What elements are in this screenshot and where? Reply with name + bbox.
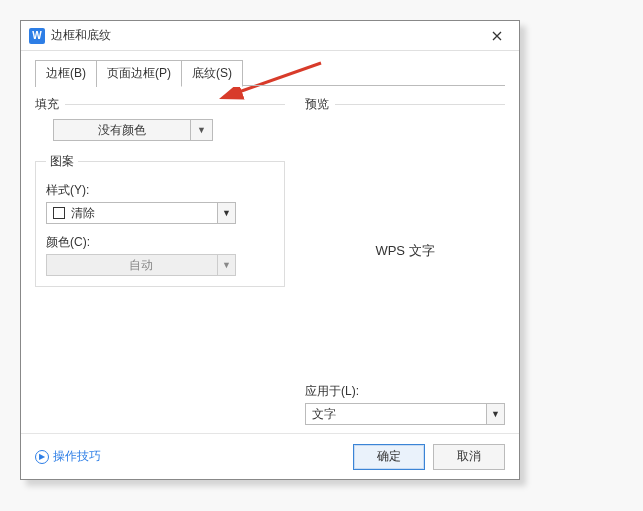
borders-shading-dialog: W 边框和底纹 边框(B) 页面边框(P) 底纹(S) xyxy=(20,20,520,480)
ok-button[interactable]: 确定 xyxy=(353,444,425,470)
preview-area: WPS 文字 xyxy=(305,119,505,383)
tab-border[interactable]: 边框(B) xyxy=(35,60,97,87)
color-row: 颜色(C): 自动 ▼ xyxy=(46,234,274,276)
preview-text: WPS 文字 xyxy=(375,242,434,260)
color-value: 自动 xyxy=(129,257,153,274)
apply-to-dropdown[interactable]: 文字 ▼ xyxy=(305,403,505,425)
app-icon: W xyxy=(29,28,45,44)
color-dropdown: 自动 ▼ xyxy=(46,254,236,276)
right-column: 预览 WPS 文字 应用于(L): 文字 ▼ xyxy=(295,96,505,433)
pattern-group: 图案 样式(Y): 清除 ▼ 颜色(C): 自动 ▼ xyxy=(35,153,285,287)
style-label: 样式(Y): xyxy=(46,182,274,199)
chevron-down-icon: ▼ xyxy=(217,255,235,275)
dialog-footer: ▶ 操作技巧 确定 取消 xyxy=(21,433,519,479)
apply-to-value: 文字 xyxy=(306,406,486,423)
pattern-legend: 图案 xyxy=(46,153,78,170)
close-icon xyxy=(492,31,502,41)
style-row: 样式(Y): 清除 ▼ xyxy=(46,182,274,224)
chevron-down-icon: ▼ xyxy=(197,125,206,135)
titlebar: W 边框和底纹 xyxy=(21,21,519,51)
dialog-content: 边框(B) 页面边框(P) 底纹(S) 填充 xyxy=(21,51,519,433)
style-swatch-icon xyxy=(53,207,65,219)
tab-page-border[interactable]: 页面边框(P) xyxy=(96,60,182,87)
apply-label: 应用于(L): xyxy=(305,383,505,400)
dialog-title: 边框和底纹 xyxy=(51,27,483,44)
preview-section-label: 预览 xyxy=(305,96,505,113)
style-dropdown[interactable]: 清除 ▼ xyxy=(46,202,236,224)
tab-bar: 边框(B) 页面边框(P) 底纹(S) xyxy=(35,59,505,86)
chevron-down-icon: ▼ xyxy=(486,404,504,424)
tab-shading[interactable]: 底纹(S) xyxy=(181,60,243,87)
cancel-button[interactable]: 取消 xyxy=(433,444,505,470)
close-button[interactable] xyxy=(483,22,511,50)
left-column: 填充 没有颜色 ▼ 图案 样式(Y): 清除 ▼ xyxy=(35,96,295,433)
body-columns: 填充 没有颜色 ▼ 图案 样式(Y): 清除 ▼ xyxy=(35,86,505,433)
fill-section-label: 填充 xyxy=(35,96,285,113)
play-icon: ▶ xyxy=(35,450,49,464)
color-label: 颜色(C): xyxy=(46,234,274,251)
chevron-down-icon: ▼ xyxy=(217,203,235,223)
apply-row: 应用于(L): 文字 ▼ xyxy=(305,383,505,433)
fill-color-dropdown[interactable]: 没有颜色 ▼ xyxy=(53,119,213,141)
fill-color-value: 没有颜色 xyxy=(60,122,184,139)
style-value: 清除 xyxy=(71,205,217,222)
tips-link[interactable]: ▶ 操作技巧 xyxy=(35,448,101,465)
